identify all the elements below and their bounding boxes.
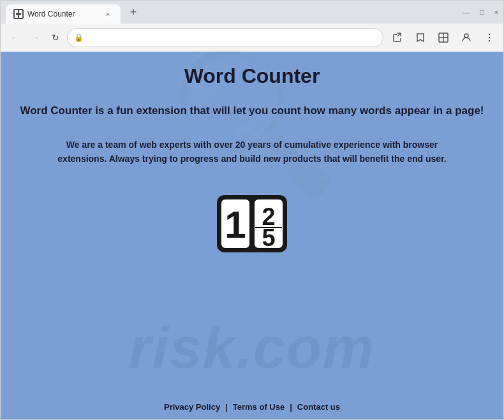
reload-icon: ↻ <box>52 33 59 43</box>
new-tab-button[interactable]: + <box>124 3 142 21</box>
address-bar[interactable]: 🔒 <box>67 28 383 47</box>
footer-sep-2: | <box>290 402 292 412</box>
back-button[interactable]: ← <box>6 29 24 47</box>
forward-icon: → <box>31 33 40 43</box>
contact-us-link[interactable]: Contact us <box>297 402 340 412</box>
terms-of-use-link[interactable]: Terms of Use <box>233 402 285 412</box>
tab-favicon <box>13 9 24 19</box>
reload-button[interactable]: ↻ <box>47 29 64 47</box>
minimize-button[interactable]: — <box>463 8 470 16</box>
tab-close-button[interactable]: × <box>103 9 113 19</box>
share-button[interactable] <box>389 29 406 47</box>
footer-sep-1: | <box>225 402 228 412</box>
main-content: Word Counter Word Counter is a fun exten… <box>1 52 503 419</box>
svg-point-9 <box>489 40 490 41</box>
back-icon: ← <box>10 33 19 43</box>
menu-button[interactable] <box>480 29 498 47</box>
svg-point-6 <box>464 34 468 38</box>
svg-text:5: 5 <box>262 224 275 251</box>
extensions-button[interactable] <box>434 29 452 47</box>
description-text: We are a team of web experts with over 2… <box>35 131 469 173</box>
svg-text:1: 1 <box>225 203 246 246</box>
profile-button[interactable] <box>457 29 475 47</box>
page-footer: Privacy Policy | Terms of Use | Contact … <box>1 395 503 419</box>
svg-point-8 <box>489 37 490 38</box>
svg-point-7 <box>489 34 490 35</box>
title-bar: Word Counter × + — □ × <box>1 1 503 24</box>
active-tab[interactable]: Word Counter × <box>6 4 121 24</box>
bookmark-button[interactable] <box>411 29 429 47</box>
navigation-bar: ← → ↻ 🔒 <box>1 24 503 52</box>
tab-title: Word Counter <box>27 10 99 18</box>
logo-icon: 1 2 5 <box>214 192 290 256</box>
browser-window: Word Counter × + — □ × ← → ↻ 🔒 <box>0 0 504 420</box>
tagline-text: Word Counter is a fun extension that wil… <box>20 103 484 119</box>
close-button[interactable]: × <box>494 8 498 16</box>
page-content: 🔍 risk.com Word Counter Word Counter is … <box>1 52 503 419</box>
footer-links: Privacy Policy | Terms of Use | Contact … <box>1 402 503 412</box>
privacy-policy-link[interactable]: Privacy Policy <box>164 402 220 412</box>
window-controls: — □ × <box>463 8 498 16</box>
title-bar-left: Word Counter × + <box>6 1 460 24</box>
page-title: Word Counter <box>184 64 320 88</box>
logo-container: 1 2 5 <box>214 192 290 256</box>
forward-button[interactable]: → <box>26 29 44 47</box>
maximize-button[interactable]: □ <box>480 8 484 16</box>
lock-icon: 🔒 <box>74 33 84 42</box>
nav-actions <box>389 29 498 47</box>
svg-rect-2 <box>16 13 21 15</box>
